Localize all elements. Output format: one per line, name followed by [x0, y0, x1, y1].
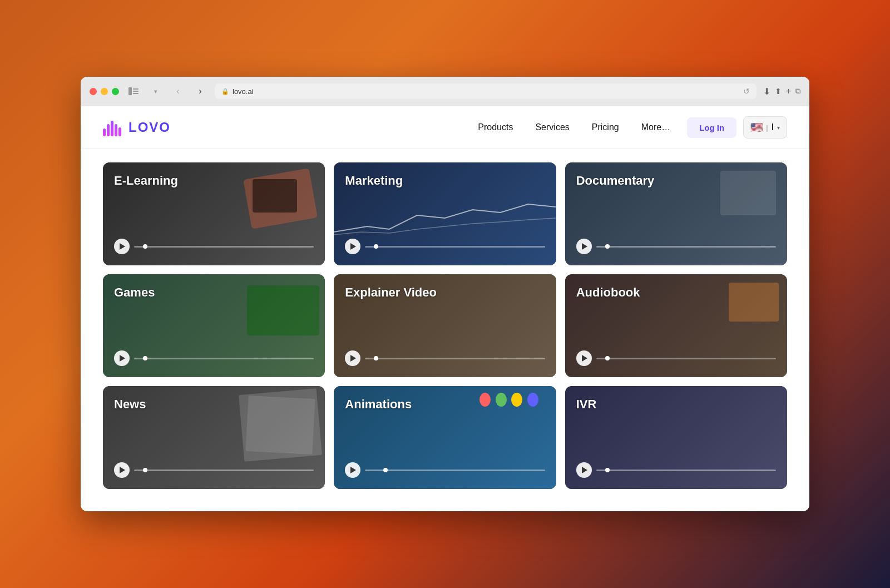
progress-track	[365, 246, 545, 248]
card-news-content: News	[103, 386, 325, 489]
card-animations-content: Animations	[334, 386, 556, 489]
card-ivr-player[interactable]	[576, 462, 776, 478]
minimize-button[interactable]	[101, 88, 108, 95]
card-marketing-content: Marketing	[334, 162, 556, 265]
card-documentary[interactable]: Documentary	[565, 162, 787, 265]
svg-rect-4	[103, 129, 106, 136]
card-games[interactable]: Games	[103, 274, 325, 377]
url-text: lovo.ai	[233, 87, 254, 96]
card-games-content: Games	[103, 274, 325, 377]
reload-icon[interactable]: ↺	[743, 87, 750, 96]
new-tab-icon[interactable]: +	[786, 86, 791, 96]
play-button[interactable]	[114, 350, 130, 366]
svg-rect-6	[111, 121, 113, 136]
play-button[interactable]	[576, 239, 592, 254]
navbar: LOVO Products Services Pricing More… Log…	[81, 106, 809, 149]
card-animations-player[interactable]	[345, 462, 545, 478]
nav-services[interactable]: Services	[535, 122, 569, 132]
close-button[interactable]	[90, 88, 97, 95]
progress-track	[134, 470, 314, 471]
svg-rect-1	[133, 88, 139, 90]
card-news-player[interactable]	[114, 462, 314, 478]
play-button[interactable]	[114, 462, 130, 478]
progress-track	[134, 246, 314, 248]
card-audiobook-content: Audiobook	[565, 274, 787, 377]
svg-rect-7	[115, 124, 117, 136]
browser-right-controls: ⬇ ⬆ + ⧉	[763, 86, 800, 97]
nav-links: Products Services Pricing More…	[478, 122, 670, 132]
progress-track	[596, 246, 776, 248]
play-button[interactable]	[345, 350, 360, 366]
card-news[interactable]: News	[103, 386, 325, 489]
play-button[interactable]	[345, 462, 360, 478]
card-audiobook-player[interactable]	[576, 350, 776, 366]
login-button[interactable]: Log In	[687, 117, 736, 138]
card-elearning[interactable]: E-Learning	[103, 162, 325, 265]
language-selector[interactable]: 🇺🇸 | I ▾	[743, 116, 787, 139]
svg-rect-0	[128, 87, 132, 95]
card-animations-title: Animations	[345, 397, 545, 412]
download-icon[interactable]: ⬇	[763, 86, 770, 97]
card-games-player[interactable]	[114, 350, 314, 366]
progress-track	[596, 470, 776, 471]
chevron-down-icon: ▾	[777, 125, 780, 131]
card-documentary-player[interactable]	[576, 239, 776, 254]
lang-code: I	[772, 122, 774, 132]
card-marketing-player[interactable]	[345, 239, 545, 254]
logo[interactable]: LOVO	[103, 118, 171, 136]
progress-track	[596, 358, 776, 359]
svg-rect-3	[133, 93, 139, 94]
address-bar[interactable]: 🔒 lovo.ai ↺	[215, 83, 756, 99]
card-elearning-content: E-Learning	[103, 162, 325, 265]
card-elearning-player[interactable]	[114, 239, 314, 254]
cards-grid: E-Learning	[81, 149, 809, 511]
card-documentary-content: Documentary	[565, 162, 787, 265]
card-ivr[interactable]: IVR	[565, 386, 787, 489]
svg-rect-2	[133, 91, 139, 92]
card-explainer[interactable]: Explainer Video	[334, 274, 556, 377]
play-button[interactable]	[576, 350, 592, 366]
share-icon[interactable]: ⬆	[775, 87, 782, 96]
card-marketing[interactable]: Marketing	[334, 162, 556, 265]
chevron-down-icon[interactable]: ▾	[148, 83, 164, 99]
card-audiobook[interactable]: Audiobook	[565, 274, 787, 377]
card-audiobook-title: Audiobook	[576, 285, 776, 300]
progress-track	[365, 470, 545, 471]
svg-rect-8	[118, 127, 121, 136]
progress-track	[134, 358, 314, 359]
card-explainer-title: Explainer Video	[345, 285, 545, 300]
nav-pricing[interactable]: Pricing	[592, 122, 619, 132]
play-button[interactable]	[576, 462, 592, 478]
traffic-lights	[90, 88, 119, 95]
card-games-title: Games	[114, 285, 314, 300]
browser-window: ▾ ‹ › 🔒 lovo.ai ↺ ⬇ ⬆ + ⧉	[81, 77, 809, 511]
card-explainer-content: Explainer Video	[334, 274, 556, 377]
back-button[interactable]: ‹	[170, 83, 186, 99]
card-elearning-title: E-Learning	[114, 174, 314, 188]
svg-rect-5	[107, 124, 110, 136]
nav-more[interactable]: More…	[641, 122, 670, 132]
browser-chrome: ▾ ‹ › 🔒 lovo.ai ↺ ⬇ ⬆ + ⧉	[81, 77, 809, 106]
logo-icon	[103, 118, 124, 136]
card-documentary-title: Documentary	[576, 174, 776, 188]
play-button[interactable]	[345, 239, 360, 254]
sidebar-toggle-icon[interactable]	[126, 83, 141, 99]
card-marketing-title: Marketing	[345, 174, 545, 188]
logo-text: LOVO	[128, 120, 171, 135]
nav-products[interactable]: Products	[478, 122, 513, 132]
card-animations[interactable]: Animations	[334, 386, 556, 489]
card-news-title: News	[114, 397, 314, 412]
progress-track	[365, 358, 545, 359]
card-explainer-player[interactable]	[345, 350, 545, 366]
tabs-icon[interactable]: ⧉	[795, 87, 800, 96]
card-ivr-title: IVR	[576, 397, 776, 412]
page-content: LOVO Products Services Pricing More… Log…	[81, 106, 809, 511]
forward-button[interactable]: ›	[192, 83, 208, 99]
lock-icon: 🔒	[221, 88, 229, 95]
play-button[interactable]	[114, 239, 130, 254]
flag-icon: 🇺🇸	[750, 121, 763, 134]
maximize-button[interactable]	[112, 88, 119, 95]
card-ivr-content: IVR	[565, 386, 787, 489]
